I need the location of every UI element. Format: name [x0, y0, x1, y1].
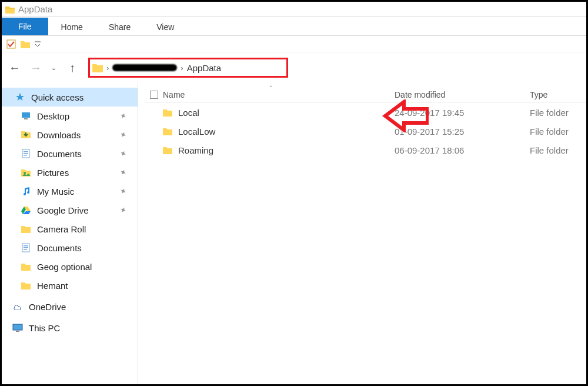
forward-button[interactable]: →	[30, 61, 41, 75]
file-date: 24-09-2017 19:45	[395, 108, 530, 118]
sidebar-item-label: Pictures	[37, 168, 69, 178]
sidebar-item-downloads[interactable]: Downloads✦	[2, 125, 138, 144]
title-bar: AppData	[2, 2, 586, 17]
sidebar-item-label: Geog optional	[37, 262, 92, 272]
desktop-icon	[21, 112, 31, 120]
folder-icon	[163, 146, 172, 154]
ribbon-tabs: File Home Share View	[2, 17, 586, 36]
sidebar-onedrive[interactable]: OneDrive	[2, 297, 138, 316]
up-button[interactable]: ↑	[67, 61, 78, 75]
column-headers: ⌃ Name Date modified Type	[145, 86, 586, 103]
breadcrumb-separator-icon: ›	[181, 64, 183, 72]
sort-indicator-icon: ⌃	[269, 85, 273, 91]
sidebar-item-label: Quick access	[31, 92, 83, 102]
file-date: 06-09-2017 18:06	[395, 145, 530, 155]
svg-rect-13	[16, 331, 19, 332]
navigation-sidebar: Quick access Desktop✦Downloads✦Documents…	[2, 83, 138, 384]
sidebar-item-label: My Music	[37, 187, 74, 197]
pc-icon	[12, 324, 23, 332]
column-type[interactable]: Type	[530, 90, 586, 99]
file-type: File folder	[530, 108, 586, 118]
sidebar-item-label: Camera Roll	[37, 224, 86, 234]
gdrive-icon	[21, 206, 31, 214]
navigation-row: ← → ⌄ ↑ › › AppData	[2, 52, 586, 83]
folder-icon[interactable]	[21, 40, 30, 48]
tab-file[interactable]: File	[2, 18, 48, 35]
sidebar-item-label: This PC	[29, 323, 60, 333]
sidebar-item-label: Desktop	[37, 111, 69, 121]
svg-rect-10	[24, 247, 28, 248]
breadcrumb-separator-icon: ›	[106, 64, 109, 72]
music-icon	[21, 187, 31, 196]
qat-dropdown-icon[interactable]	[35, 41, 41, 48]
folder-icon	[163, 108, 172, 117]
folder-icon	[21, 225, 31, 233]
downloads-icon	[21, 130, 31, 139]
folder-icon	[92, 63, 103, 72]
sidebar-item-label: Hemant	[37, 281, 68, 291]
svg-rect-6	[24, 155, 27, 156]
sidebar-item-label: Documents	[37, 149, 82, 159]
documents-icon	[21, 149, 31, 158]
pin-icon: ✦	[118, 204, 129, 216]
sidebar-item-label: Google Drive	[37, 205, 89, 215]
breadcrumb-current[interactable]: AppData	[187, 63, 221, 73]
sidebar-item-hemant[interactable]: Hemant	[2, 276, 138, 295]
svg-rect-4	[24, 151, 28, 152]
file-type: File folder	[530, 127, 586, 137]
svg-rect-2	[24, 118, 28, 119]
pin-icon: ✦	[118, 167, 129, 178]
tab-view[interactable]: View	[143, 19, 187, 35]
svg-rect-11	[24, 249, 27, 250]
pictures-icon	[21, 168, 31, 177]
properties-icon[interactable]	[6, 39, 16, 49]
sidebar-item-label: Documents	[37, 243, 82, 253]
breadcrumb-redacted	[112, 64, 177, 71]
sidebar-item-my-music[interactable]: My Music✦	[2, 182, 138, 201]
file-name: LocalLow	[178, 127, 215, 137]
sidebar-item-geog-optional[interactable]: Geog optional	[2, 257, 138, 276]
column-name[interactable]: Name	[163, 90, 395, 99]
pin-icon: ✦	[118, 110, 129, 122]
sidebar-item-pictures[interactable]: Pictures✦	[2, 163, 138, 182]
sidebar-item-label: OneDrive	[29, 302, 66, 312]
quick-access-toolbar	[2, 36, 586, 52]
svg-rect-12	[13, 324, 22, 330]
file-row[interactable]: Roaming06-09-2017 18:06File folder	[145, 141, 586, 159]
pin-icon: ✦	[118, 148, 129, 159]
select-all-checkbox[interactable]	[145, 91, 163, 99]
history-dropdown-icon[interactable]: ⌄	[51, 64, 56, 72]
documents-icon	[21, 243, 31, 252]
svg-rect-1	[22, 112, 30, 118]
file-name: Local	[178, 108, 199, 118]
file-type: File folder	[530, 145, 586, 155]
folder-icon	[21, 262, 31, 271]
sidebar-item-documents[interactable]: Documents	[2, 238, 138, 257]
svg-rect-9	[24, 245, 28, 247]
sidebar-quick-access[interactable]: Quick access	[2, 88, 138, 107]
onedrive-icon	[12, 303, 23, 310]
folder-icon	[5, 5, 15, 14]
folder-icon	[21, 281, 31, 290]
window-title: AppData	[18, 4, 52, 14]
file-row[interactable]: LocalLow01-09-2017 15:25File folder	[145, 122, 586, 141]
sidebar-item-google-drive[interactable]: Google Drive✦	[2, 201, 138, 219]
address-bar[interactable]: › › AppData	[88, 58, 288, 78]
tab-home[interactable]: Home	[48, 19, 96, 35]
pin-icon: ✦	[118, 129, 129, 141]
tab-share[interactable]: Share	[96, 19, 143, 35]
file-name: Roaming	[178, 145, 213, 155]
file-date: 01-09-2017 15:25	[395, 127, 530, 137]
sidebar-item-desktop[interactable]: Desktop✦	[2, 107, 138, 125]
sidebar-this-pc[interactable]: This PC	[2, 318, 138, 337]
sidebar-item-documents[interactable]: Documents✦	[2, 144, 138, 163]
svg-rect-5	[24, 153, 28, 154]
column-date[interactable]: Date modified	[395, 90, 530, 99]
file-list: ⌃ Name Date modified Type Local24-09-201…	[138, 83, 586, 384]
folder-icon	[163, 127, 172, 135]
sidebar-item-label: Downloads	[37, 130, 81, 140]
sidebar-item-camera-roll[interactable]: Camera Roll	[2, 219, 138, 238]
star-icon	[15, 92, 25, 102]
back-button[interactable]: ←	[9, 61, 19, 75]
file-row[interactable]: Local24-09-2017 19:45File folder	[145, 103, 586, 122]
